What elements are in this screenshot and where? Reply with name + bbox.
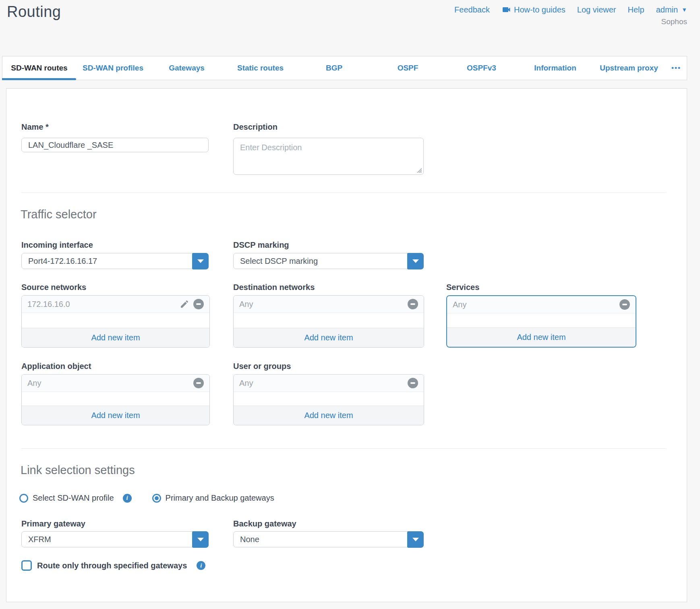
content-panel: Name * Description Traffic selector Inco…: [6, 88, 687, 602]
radio-primary-backup-gateways[interactable]: [152, 494, 161, 503]
radio-label: Select SD-WAN profile: [33, 493, 114, 503]
info-icon[interactable]: [197, 561, 205, 570]
application-object-label: Application object: [21, 362, 91, 371]
itembox-empty-area: [234, 392, 424, 406]
chevron-down-icon[interactable]: [192, 531, 209, 548]
link-selection-radio-group: Select SD-WAN profile Primary and Backup…: [19, 493, 274, 503]
radio-select-sdwan-profile[interactable]: [19, 494, 28, 503]
itembox-empty-area: [234, 313, 424, 328]
chevron-down-icon[interactable]: [407, 531, 424, 548]
backup-gateway-value: None: [240, 535, 259, 544]
primary-gateway-select[interactable]: XFRM: [21, 531, 209, 547]
incoming-interface-select[interactable]: Port4-172.16.16.17: [21, 253, 209, 269]
chevron-down-icon[interactable]: [407, 253, 424, 269]
info-icon[interactable]: [123, 494, 132, 503]
description-label: Description: [233, 122, 278, 132]
route-only-row: Route only through specified gateways: [21, 560, 205, 571]
add-new-item-button[interactable]: Add new item: [22, 328, 209, 347]
itembox-empty-area: [22, 392, 209, 406]
remove-minus-icon[interactable]: [193, 378, 204, 388]
link-selection-heading: Link selection settings: [21, 464, 135, 477]
list-item: Any: [447, 296, 636, 313]
itembox-empty-area: [447, 313, 636, 327]
chevron-down-icon: ▼: [681, 6, 687, 13]
primary-gateway-label: Primary gateway: [21, 519, 85, 528]
incoming-interface-value: Port4-172.16.16.17: [28, 257, 97, 266]
page-title: Routing: [7, 3, 61, 21]
description-field: [233, 138, 424, 175]
dscp-marking-value: Select DSCP marking: [240, 257, 318, 266]
tab-static-routes[interactable]: Static routes: [224, 56, 297, 80]
dscp-marking-select[interactable]: Select DSCP marking: [233, 253, 424, 269]
primary-gateway-value: XFRM: [28, 535, 51, 544]
user-or-groups-label: User or groups: [233, 362, 291, 371]
name-input[interactable]: [21, 138, 209, 152]
tab-sd-wan-routes[interactable]: SD-WAN routes: [2, 56, 76, 80]
add-new-item-button[interactable]: Add new item: [447, 327, 636, 347]
tab-ospf[interactable]: OSPF: [371, 56, 445, 80]
add-new-item-button[interactable]: Add new item: [22, 406, 209, 425]
tab-bgp[interactable]: BGP: [297, 56, 371, 80]
destination-networks-box: Any Add new item: [233, 295, 424, 348]
admin-menu[interactable]: admin▼: [656, 5, 687, 14]
routing-page: Routing Feedback How-to guides Log viewe…: [0, 0, 700, 609]
top-navigation: Feedback How-to guides Log viewer Help a…: [454, 5, 687, 26]
add-new-item-button[interactable]: Add new item: [234, 328, 424, 347]
route-only-checkbox[interactable]: [21, 560, 32, 571]
itembox-empty-area: [22, 313, 209, 328]
remove-minus-icon[interactable]: [193, 299, 204, 309]
chevron-down-icon[interactable]: [192, 253, 209, 269]
remove-minus-icon[interactable]: [408, 299, 418, 309]
feedback-link[interactable]: Feedback: [454, 5, 490, 14]
brand-label: Sophos: [661, 17, 687, 26]
add-new-item-button[interactable]: Add new item: [234, 406, 424, 425]
list-item: Any: [234, 296, 424, 313]
tab-upstream-proxy[interactable]: Upstream proxy: [592, 56, 666, 80]
services-box: Any Add new item: [446, 295, 636, 348]
help-link[interactable]: Help: [628, 5, 644, 14]
tab-bar: SD-WAN routes SD-WAN profiles Gateways S…: [2, 56, 687, 80]
radio-label: Primary and Backup gateways: [166, 493, 274, 503]
services-label: Services: [446, 283, 479, 292]
video-camera-icon: [501, 5, 511, 14]
tab-gateways[interactable]: Gateways: [150, 56, 224, 80]
source-networks-label: Source networks: [21, 283, 86, 292]
section-divider: [21, 448, 666, 449]
name-label: Name *: [21, 122, 49, 132]
traffic-selector-heading: Traffic selector: [21, 208, 97, 221]
tab-information[interactable]: Information: [518, 56, 592, 80]
incoming-interface-label: Incoming interface: [21, 240, 93, 250]
edit-pencil-icon[interactable]: [180, 299, 189, 309]
tab-ospfv3[interactable]: OSPFv3: [445, 56, 518, 80]
tab-overflow-menu[interactable]: •••: [666, 56, 687, 80]
list-item: Any: [234, 375, 424, 392]
list-item: 172.16.16.0: [22, 296, 209, 313]
list-item: Any: [22, 375, 209, 392]
application-object-box: Any Add new item: [21, 374, 210, 425]
backup-gateway-select[interactable]: None: [233, 531, 424, 547]
user-or-groups-box: Any Add new item: [233, 374, 424, 425]
backup-gateway-label: Backup gateway: [233, 519, 296, 528]
howto-guides-link[interactable]: How-to guides: [501, 5, 565, 14]
destination-networks-label: Destination networks: [233, 283, 315, 292]
log-viewer-link[interactable]: Log viewer: [577, 5, 616, 14]
dscp-marking-label: DSCP marking: [233, 240, 289, 250]
section-divider: [21, 193, 666, 193]
tab-sd-wan-profiles[interactable]: SD-WAN profiles: [76, 56, 150, 80]
description-textarea[interactable]: [233, 138, 424, 175]
remove-minus-icon[interactable]: [619, 299, 630, 310]
route-only-label: Route only through specified gateways: [37, 561, 187, 570]
source-networks-box: 172.16.16.0 Add new item: [21, 295, 210, 348]
remove-minus-icon[interactable]: [408, 378, 418, 388]
